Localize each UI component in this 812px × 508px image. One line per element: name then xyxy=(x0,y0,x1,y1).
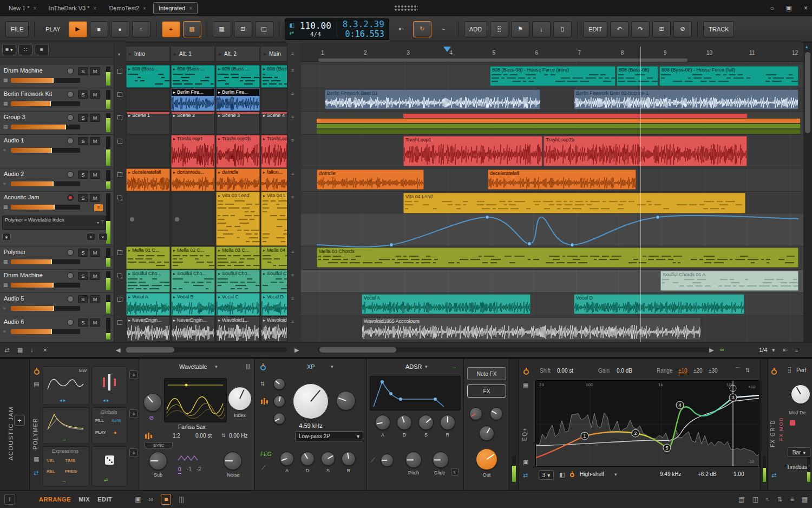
cue-marker-button[interactable]: ⚑ xyxy=(511,21,529,37)
launcher-clip[interactable]: ▸Mella 04 xyxy=(261,246,287,269)
track-name[interactable]: Audio 1 xyxy=(4,137,24,144)
eq-range-10[interactable]: ±10 xyxy=(678,368,687,374)
curve-icon[interactable]: ⟋ xyxy=(371,457,375,463)
eq-io-icon[interactable]: ⇄ xyxy=(523,472,528,478)
monitor-toggle[interactable] xyxy=(67,249,74,256)
launcher-clip[interactable]: ▸Scene 4 xyxy=(261,112,287,134)
remote-controls-icon[interactable]: ▦ xyxy=(34,456,39,462)
launcher-clip[interactable]: ▸Wavoloid xyxy=(261,316,287,342)
browser-button[interactable]: ⣿ xyxy=(490,21,508,37)
xp-mod2-knob[interactable] xyxy=(273,395,285,407)
mute-button[interactable]: M xyxy=(90,137,100,145)
launcher-empty-slot[interactable] xyxy=(261,88,287,111)
eq-power-icon[interactable] xyxy=(523,369,529,375)
solo-button[interactable]: S xyxy=(78,137,88,145)
launcher-clip[interactable]: ▸Soulful Cho... xyxy=(126,270,170,292)
clip-play-icon[interactable]: ▸ xyxy=(263,193,265,199)
add-osc-button[interactable]: + xyxy=(129,370,138,379)
scene-row-menu-icon[interactable]: ≡ xyxy=(291,68,294,73)
track-name[interactable]: Drum Machine xyxy=(4,67,43,74)
meter-icon[interactable]: ⇄ xyxy=(290,30,294,36)
filter-mode-select[interactable]: Low-pass 2P ▾ xyxy=(295,431,363,441)
inspector-panel-icon[interactable]: ◫ xyxy=(752,496,758,503)
eq-shift-value[interactable]: 0.00 st xyxy=(557,368,573,374)
volume-fader[interactable] xyxy=(11,101,80,106)
insert-scene-icon[interactable]: ↓ xyxy=(30,347,34,353)
eq-band-power-icon[interactable] xyxy=(570,473,574,477)
zoom-to-fit-icon[interactable]: ⇤ xyxy=(783,347,788,353)
noise-knob[interactable] xyxy=(224,452,242,470)
pres-toggle[interactable]: PRES xyxy=(65,470,77,474)
ruler-range-strip[interactable] xyxy=(318,58,687,62)
io-panel-icon[interactable]: ⇅ xyxy=(777,496,783,503)
launcher-clip[interactable]: ▸Berlin Fire... xyxy=(171,88,215,111)
scene-row-menu-icon[interactable]: ≡ xyxy=(291,319,294,324)
launcher-clip[interactable]: ▸Vocal B xyxy=(171,293,215,316)
track-header[interactable]: Audio 1SM≈ xyxy=(0,135,114,168)
launcher-clip[interactable]: ▸Scene 1 xyxy=(126,112,170,134)
clip-play-icon[interactable]: ▸ xyxy=(263,170,265,175)
track-name[interactable]: Audio 5 xyxy=(4,295,24,302)
modulator-add-button[interactable]: ∗ xyxy=(2,233,11,241)
wavetable-preset-name[interactable]: Farfisa Sax xyxy=(178,425,206,430)
launcher-clip[interactable]: ▸NeverEngin... xyxy=(171,316,215,342)
project-tab[interactable]: Integrated× xyxy=(153,2,198,14)
record-arm-icon[interactable] xyxy=(69,196,72,199)
adsr-caret-icon[interactable]: ▾ xyxy=(425,364,428,369)
launcher-empty-slot[interactable] xyxy=(171,192,215,246)
link-views-icon[interactable]: ∞ xyxy=(149,496,154,503)
focused-panel-icon[interactable]: ■ xyxy=(161,494,171,505)
scene-row-menu-icon[interactable]: ≡ xyxy=(291,171,294,177)
solo-button[interactable]: S xyxy=(78,194,88,202)
clip-stop-button[interactable] xyxy=(117,92,122,97)
shape-knob[interactable] xyxy=(381,454,394,467)
bar-select[interactable]: Bar▾ xyxy=(788,447,810,457)
index-knob[interactable] xyxy=(228,387,252,411)
dual-view-icon[interactable]: ▣ xyxy=(135,496,141,503)
arranger-clip[interactable]: Berlin Firework Beat 02-bounce-1 xyxy=(574,89,798,109)
launcher-scroll-right-icon[interactable]: ▶ xyxy=(294,347,299,353)
detail-panel-icon[interactable]: ≡ xyxy=(790,496,794,503)
track-name[interactable]: Acoustic Jam xyxy=(4,194,39,200)
track-header[interactable]: PolymerSM▦ xyxy=(0,246,114,270)
timebase-label[interactable]: Timebas xyxy=(787,465,807,470)
clip-play-icon[interactable]: ▸ xyxy=(173,170,175,175)
monitor-toggle[interactable] xyxy=(67,138,74,144)
preset-folder-icon[interactable]: ▤ xyxy=(34,381,39,387)
monitor-toggle[interactable] xyxy=(67,114,74,121)
monitor-toggle[interactable] xyxy=(67,296,74,302)
add-env-button[interactable]: + xyxy=(129,409,138,418)
fxgrid-perf-label[interactable]: Perf xyxy=(796,368,806,373)
monitor-toggle[interactable] xyxy=(67,272,74,279)
clip-play-icon[interactable]: ▸ xyxy=(218,66,220,72)
close-icon[interactable]: × xyxy=(804,4,808,12)
info-button[interactable]: i xyxy=(4,494,15,505)
monitor-toggle[interactable] xyxy=(67,319,74,325)
eq-band-gain[interactable]: +6.2 dB xyxy=(698,472,717,477)
scene-row-menu-icon[interactable]: ≡ xyxy=(291,138,294,143)
play-toggle[interactable]: PLAY xyxy=(95,431,106,435)
arranger-clip[interactable]: TrashLoop2b xyxy=(543,136,747,166)
track-grid-button[interactable]: ∷ xyxy=(18,44,32,55)
amp-decay-knob[interactable] xyxy=(397,415,412,430)
launcher-clip[interactable]: ▸dwindle xyxy=(216,168,260,191)
mute-button[interactable]: M xyxy=(90,295,100,303)
clip-play-icon[interactable]: ▸ xyxy=(218,271,220,277)
scene-play-icon[interactable]: ▸ xyxy=(264,51,266,57)
eq-spectrum-display[interactable]: 12345 20 100 1k 10k +10 -10 xyxy=(535,380,759,467)
out-knob[interactable] xyxy=(476,448,497,470)
launcher-clip[interactable]: ▸Scene 2 xyxy=(171,112,215,134)
mute-button[interactable]: M xyxy=(90,67,100,75)
track-sort-button[interactable]: ≡ ▾ xyxy=(2,44,16,55)
clip-play-icon[interactable]: ▸ xyxy=(218,193,220,199)
clip-play-icon[interactable]: ▸ xyxy=(218,294,220,300)
xp-decay-knob[interactable] xyxy=(300,452,315,466)
arranger-clip[interactable]: 808 (Bass-08) - House Force (intro) xyxy=(490,66,615,86)
timb-toggle[interactable]: TIMB xyxy=(65,459,75,463)
file-button[interactable]: FILE xyxy=(5,21,29,37)
monitor-toggle[interactable] xyxy=(67,194,74,201)
launcher-clip[interactable]: ▸Mella 02 C... xyxy=(171,246,215,269)
clip-play-icon[interactable]: ▸ xyxy=(263,66,265,72)
scene-row-menu-icon[interactable]: ≡ xyxy=(291,296,294,301)
envelope-cell[interactable]: → xyxy=(43,407,89,444)
